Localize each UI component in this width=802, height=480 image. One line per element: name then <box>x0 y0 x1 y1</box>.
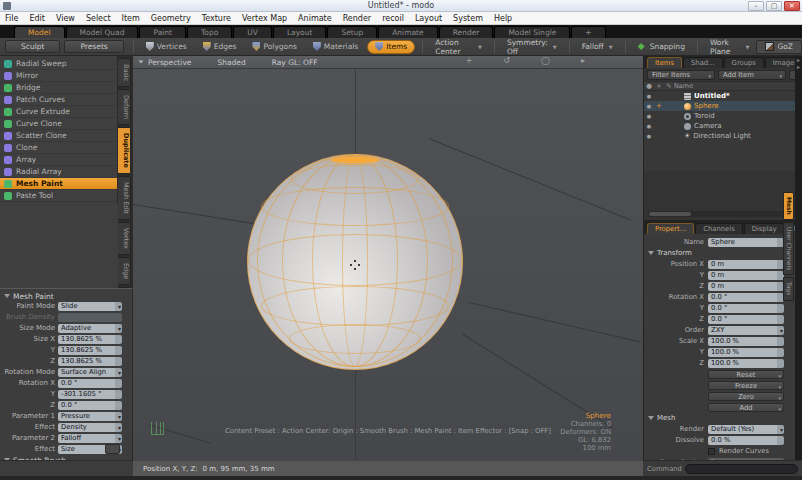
item-tree-row[interactable]: ● Untitled* <box>644 91 802 101</box>
reset-button[interactable]: Reset <box>708 370 784 379</box>
viewport-3d[interactable]: Perspective Shaded Ray GL: OFF + ↺ ◯ ▸ <box>133 56 643 460</box>
layout-tab[interactable]: + <box>571 26 605 38</box>
menu-item[interactable]: recoil <box>382 14 404 23</box>
mesh-paint-extra-button[interactable] <box>105 444 120 454</box>
visibility-eye-icon[interactable]: ● <box>644 93 654 99</box>
size-z-field[interactable]: 130.8625 % <box>58 357 122 366</box>
tool-item[interactable]: Patch Curves <box>0 94 117 106</box>
tool-item[interactable]: Scatter Clone <box>0 130 117 142</box>
visibility-eye-icon[interactable]: ● <box>644 133 654 139</box>
layout-tab[interactable]: Topo <box>187 26 232 38</box>
layout-tab[interactable]: Layout <box>273 26 327 38</box>
menu-item[interactable]: Edit <box>29 14 45 23</box>
rotation-y-field[interactable]: -301.1605 ° <box>58 390 122 399</box>
properties-vertical-tab[interactable]: User Channels <box>783 222 794 275</box>
item-list-hscrollbar[interactable] <box>647 211 799 217</box>
tool-item[interactable]: Paste Tool <box>0 190 117 202</box>
tool-item[interactable]: Bridge <box>0 82 117 94</box>
tool-category-tab[interactable]: Mesh Edit <box>118 176 131 220</box>
layout-tab[interactable]: Paint <box>139 26 186 38</box>
tool-item[interactable]: Array <box>0 154 117 166</box>
add-item-dropdown[interactable]: Add Item <box>718 70 786 80</box>
zoom-icon[interactable]: ◯ <box>541 56 550 65</box>
properties-tab[interactable]: Channels <box>695 223 742 234</box>
tool-category-tab[interactable]: Deform <box>118 89 131 125</box>
render-curves-checkbox[interactable] <box>708 448 715 455</box>
selection-mode-button[interactable]: Polygons <box>245 40 303 54</box>
filter-items-dropdown[interactable]: Filter Items <box>647 70 715 80</box>
position-z-field[interactable]: 0 m <box>708 282 784 291</box>
zero-button[interactable]: Zero <box>708 392 784 401</box>
add-button[interactable]: Add <box>708 403 784 412</box>
item-tree-row[interactable]: ● ☀ Directional Light <box>644 131 802 141</box>
menu-item[interactable]: Texture <box>202 14 231 23</box>
item-list-tab[interactable]: Items <box>647 57 682 68</box>
panel-scroll-edge[interactable]: ▸▸ <box>795 56 802 460</box>
scale-y-field[interactable]: 100.0 % <box>708 348 784 357</box>
parameter2-dropdown[interactable]: Falloff <box>58 434 122 443</box>
rotation-z-field[interactable]: 0.0 ° <box>58 401 122 410</box>
close-button[interactable]: ✕ <box>784 1 800 11</box>
menu-item[interactable]: Layout <box>415 14 442 23</box>
menu-item[interactable]: File <box>5 14 18 23</box>
viewport-options-icon[interactable]: ▸ <box>581 56 585 65</box>
order-dropdown[interactable]: ZXY <box>708 326 784 335</box>
layout-tab[interactable]: Render <box>439 26 494 38</box>
pan-icon[interactable]: + <box>466 56 473 65</box>
orbit-icon[interactable]: ↺ <box>503 56 510 65</box>
rotation-z-field[interactable]: 0.0 ° <box>708 315 784 324</box>
tool-item[interactable]: Radial Sweep <box>0 58 117 70</box>
dissolve-field[interactable]: 0.0 % <box>708 436 784 445</box>
work-plane-dropdown[interactable]: Work Plane▼ <box>703 38 757 56</box>
menu-item[interactable]: View <box>56 14 75 23</box>
minimize-button[interactable]: – <box>748 1 764 11</box>
menu-item[interactable]: Select <box>86 14 111 23</box>
layout-tab[interactable]: Model Single <box>494 26 570 38</box>
layout-tab[interactable]: Setup <box>327 26 377 38</box>
effect1-dropdown[interactable]: Density <box>58 423 122 432</box>
rotation-x-field[interactable]: 0.0 ° <box>708 293 784 302</box>
menu-item[interactable]: Vertex Map <box>242 14 287 23</box>
properties-vertical-tab[interactable]: Tags <box>783 277 794 300</box>
mesh-section-header[interactable]: Mesh <box>644 413 802 423</box>
view-type-dropdown[interactable]: Perspective <box>148 58 191 67</box>
symmetry-dropdown[interactable]: Symmetry: Off▼ <box>500 38 564 56</box>
sphere-mesh[interactable] <box>247 154 463 370</box>
visibility-eye-icon[interactable]: ● <box>644 103 654 109</box>
paint-mode-dropdown[interactable]: Slide <box>58 302 122 311</box>
size-y-field[interactable]: 130.8625 % <box>58 346 122 355</box>
scale-z-field[interactable]: 100.0 % <box>708 359 784 368</box>
item-name-field[interactable]: Sphere <box>708 238 784 247</box>
item-list-tab[interactable]: Shad... <box>683 57 723 68</box>
layout-tab[interactable]: Animate <box>378 26 437 38</box>
selection-mode-button[interactable]: Materials <box>306 40 365 54</box>
properties-tab[interactable]: Propert... <box>647 223 694 234</box>
menu-item[interactable]: Geometry <box>151 14 191 23</box>
shading-mode-dropdown[interactable]: Shaded <box>217 58 245 67</box>
snapping-button[interactable]: Snapping <box>631 42 692 51</box>
tool-item[interactable]: Clone <box>0 142 117 154</box>
parameter1-dropdown[interactable]: Pressure <box>58 412 122 421</box>
size-mode-dropdown[interactable]: Adaptive <box>58 324 122 333</box>
item-tree-row[interactable]: ● Camera <box>644 121 802 131</box>
transform-section-header[interactable]: Transform <box>644 248 802 258</box>
freeze-button[interactable]: Freeze <box>708 381 784 390</box>
tool-item[interactable]: Radial Array <box>0 166 117 178</box>
tool-item[interactable]: Mesh Paint <box>0 178 117 190</box>
layout-tab[interactable]: Model Quad <box>66 26 139 38</box>
item-add-icon[interactable]: + <box>654 102 664 110</box>
tool-category-tab[interactable]: Edge <box>118 257 131 285</box>
layout-tab[interactable]: UV <box>233 26 272 38</box>
scrollbar-thumb[interactable] <box>649 212 691 216</box>
tool-item[interactable]: Curve Clone <box>0 118 117 130</box>
tool-item[interactable]: Curve Extrude <box>0 106 117 118</box>
size-x-field[interactable]: 130.8625 % <box>58 335 122 344</box>
mesh-paint-header[interactable]: Mesh Paint <box>0 291 132 301</box>
maximize-button[interactable]: ▢ <box>766 1 782 11</box>
falloff-dropdown[interactable]: Falloff▼ <box>575 42 620 51</box>
position-x-field[interactable]: 0 m <box>708 260 784 269</box>
render-dropdown[interactable]: Default (Yes) <box>708 425 784 434</box>
viewport-menu-icon[interactable] <box>139 60 144 63</box>
properties-tab[interactable]: Display <box>744 223 785 234</box>
rotation-y-field[interactable]: 0.0 ° <box>708 304 784 313</box>
